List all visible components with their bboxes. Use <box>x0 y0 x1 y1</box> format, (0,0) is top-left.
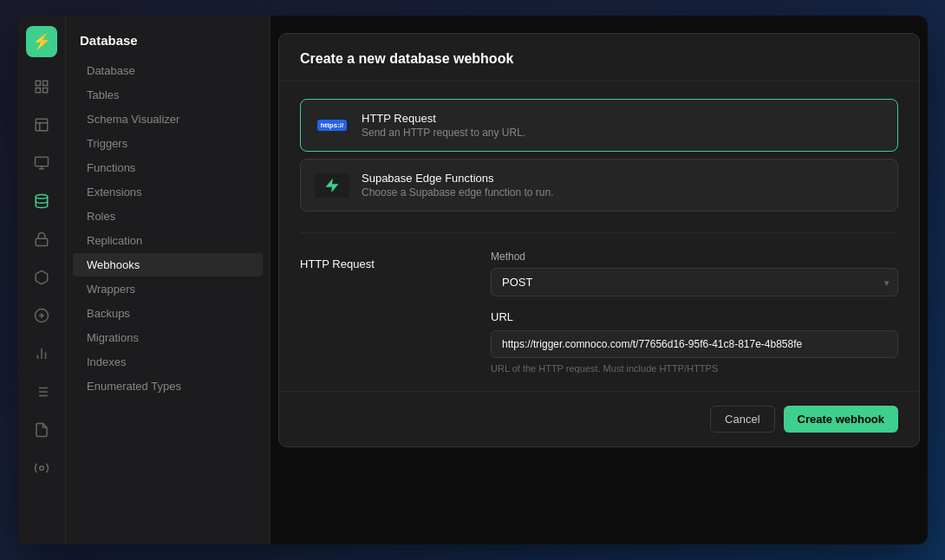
svg-point-10 <box>36 195 48 199</box>
sidebar-item-schema-visualizer[interactable]: Schema Visualizer <box>73 107 263 131</box>
sidebar-item-enumerated-types[interactable]: Enumerated Types <box>73 374 263 398</box>
modal-title: Create a new database webhook <box>300 51 898 67</box>
edge-functions-title: Supabase Edge Functions <box>362 172 883 185</box>
type-card-edge-functions[interactable]: Supabase Edge Functions Choose a Supabas… <box>300 159 898 212</box>
url-hint: URL of the HTTP request. Must include HT… <box>491 363 898 374</box>
sidebar-item-indexes[interactable]: Indexes <box>73 350 263 374</box>
nav-home[interactable] <box>26 71 57 102</box>
supabase-lightning-icon <box>315 173 349 198</box>
https-icon: https:// <box>315 114 349 138</box>
modal-overlay: Create a new database webhook https:// H… <box>270 16 928 544</box>
create-webhook-button[interactable]: Create webhook <box>784 406 898 433</box>
type-card-http-request[interactable]: https:// HTTP Request Send an HTTP reque… <box>300 99 898 152</box>
nav-functions[interactable] <box>26 300 57 331</box>
url-label: URL <box>491 310 898 323</box>
app-window: ⚡ <box>17 16 928 544</box>
http-request-info: HTTP Request Send an HTTP request to any… <box>362 112 883 139</box>
sidebar-item-triggers[interactable]: Triggers <box>73 132 263 155</box>
sidebar-item-wrappers[interactable]: Wrappers <box>73 277 263 301</box>
sidebar-title: Database <box>66 29 270 58</box>
svg-rect-2 <box>36 88 40 93</box>
url-input[interactable] <box>491 330 898 358</box>
edge-functions-info: Supabase Edge Functions Choose a Supabas… <box>362 172 883 199</box>
http-request-label-col: HTTP Request <box>300 251 473 270</box>
create-webhook-modal: Create a new database webhook https:// H… <box>278 33 920 447</box>
http-request-desc: Send an HTTP request to any URL. <box>362 127 883 139</box>
cancel-button[interactable]: Cancel <box>710 406 774 433</box>
modal-footer: Cancel Create webhook <box>279 391 919 446</box>
modal-body: https:// HTTP Request Send an HTTP reque… <box>279 81 919 391</box>
sidebar: Database Database Tables Schema Visualiz… <box>66 16 270 544</box>
sidebar-item-tables[interactable]: Tables <box>73 83 263 107</box>
brand-logo[interactable]: ⚡ <box>26 26 57 57</box>
nav-settings[interactable] <box>26 453 57 484</box>
nav-analytics[interactable] <box>26 338 57 369</box>
svg-rect-11 <box>36 238 48 245</box>
nav-database[interactable] <box>26 186 57 217</box>
method-form-row: HTTP Request Method POST GET PUT PATCH <box>300 251 898 296</box>
edge-functions-desc: Choose a Supabase edge function to run. <box>362 186 883 199</box>
nav-storage[interactable] <box>26 262 57 293</box>
sidebar-item-backups[interactable]: Backups <box>73 302 263 325</box>
sidebar-item-extensions[interactable]: Extensions <box>73 180 263 204</box>
svg-rect-0 <box>36 81 40 85</box>
method-label: Method <box>491 251 898 263</box>
svg-rect-1 <box>42 81 47 85</box>
nav-auth[interactable] <box>26 224 57 255</box>
svg-rect-3 <box>42 88 47 93</box>
url-form-row: URL URL of the HTTP request. Must includ… <box>300 310 898 374</box>
nav-docs[interactable] <box>26 414 57 446</box>
http-request-title: HTTP Request <box>362 112 883 125</box>
nav-logs[interactable] <box>26 376 57 407</box>
sidebar-item-functions[interactable]: Functions <box>73 156 263 179</box>
main-content: Create a new database webhook https:// H… <box>270 16 928 544</box>
svg-rect-7 <box>35 157 48 166</box>
modal-header: Create a new database webhook <box>279 34 919 81</box>
sidebar-item-webhooks[interactable]: Webhooks <box>73 253 263 277</box>
svg-rect-4 <box>36 119 48 131</box>
sidebar-item-migrations[interactable]: Migrations <box>73 326 263 349</box>
svg-point-24 <box>39 466 43 471</box>
svg-marker-25 <box>326 178 339 192</box>
icon-rail: ⚡ <box>17 16 66 544</box>
http-request-label: HTTP Request <box>300 251 473 270</box>
sidebar-item-replication[interactable]: Replication <box>73 229 263 252</box>
method-input-col: Method POST GET PUT PATCH DELETE <box>491 251 898 296</box>
method-select-wrapper: POST GET PUT PATCH DELETE ▾ <box>491 268 898 296</box>
type-cards-container: https:// HTTP Request Send an HTTP reque… <box>300 99 898 212</box>
sidebar-item-database[interactable]: Database <box>73 59 263 82</box>
method-select[interactable]: POST GET PUT PATCH DELETE <box>491 268 898 296</box>
nav-table[interactable] <box>26 109 57 140</box>
nav-monitor[interactable] <box>26 147 57 179</box>
sidebar-item-roles[interactable]: Roles <box>73 205 263 228</box>
form-section: HTTP Request Method POST GET PUT PATCH <box>300 232 898 374</box>
